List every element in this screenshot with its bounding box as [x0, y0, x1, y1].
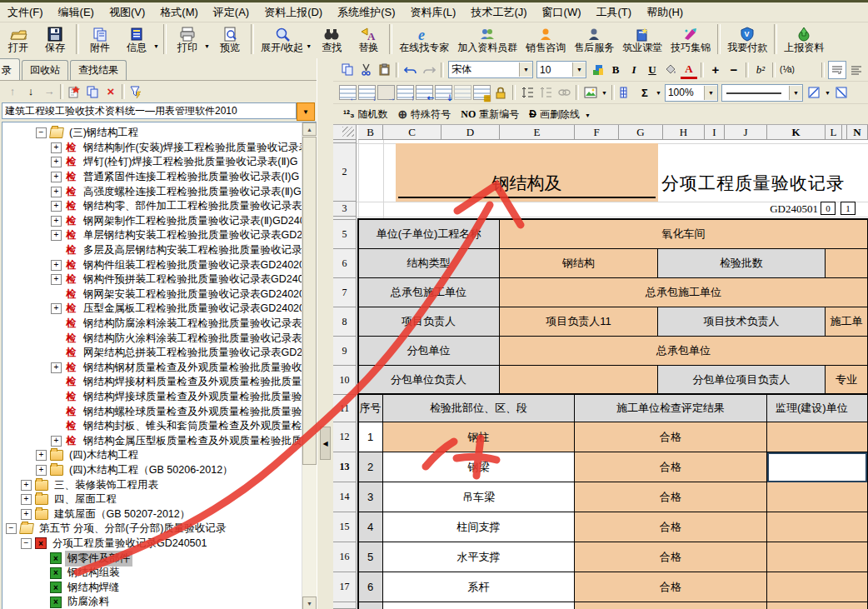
preview-button[interactable]: 预览	[212, 22, 248, 57]
tree-item[interactable]: − 第五节 分项、分部(子分部)质量验收记录	[2, 522, 302, 537]
merge-cell-icon[interactable]: ⇣	[435, 85, 452, 100]
expand-collapse-button[interactable]: 展开/收起	[257, 22, 307, 57]
batch-part-cell[interactable]	[383, 602, 575, 609]
row-header-3[interactable]: 3	[333, 202, 357, 217]
form-label-project-manager[interactable]: 项目负责人	[358, 307, 500, 337]
row-header-16[interactable]: 16	[333, 542, 357, 572]
form-title-field-text[interactable]: 钢结构及	[396, 172, 658, 195]
tree-item[interactable]: 检 钢结构防火涂料涂装工程检验批质量验收记录表G	[2, 331, 302, 346]
batch-supervisor-cell[interactable]	[767, 572, 868, 602]
batch-result-cell[interactable]: 合格	[575, 542, 767, 572]
tree-expander-icon[interactable]: +	[51, 274, 62, 285]
chevron-down-icon[interactable]: ▼	[519, 62, 532, 77]
filter-icon[interactable]	[127, 82, 145, 100]
batch-no-cell[interactable]: 1	[358, 422, 383, 452]
tree-expander-icon[interactable]: −	[6, 523, 17, 534]
tree-item[interactable]: + 建筑屋面（GB 50207-2012）	[2, 507, 302, 522]
batch-no-cell[interactable]: 4	[358, 512, 383, 542]
row-header-7[interactable]: 7	[333, 278, 357, 307]
col-header-I[interactable]: I	[705, 125, 725, 140]
tree-item[interactable]: + 检 钢结构制作(安装)焊接工程检验批质量验收记录表	[2, 141, 302, 156]
col-header-D[interactable]: D	[441, 125, 500, 140]
tree-item[interactable]: + 检 钢构件预拼装工程检验批质量验收记录表GD24020	[2, 272, 302, 287]
tree-item[interactable]: + 检 压型金属板工程检验批质量验收记录表GD2402031	[2, 302, 302, 317]
tab-search-results[interactable]: 查找结果	[70, 60, 127, 80]
row-header-8[interactable]: 8	[333, 307, 357, 337]
tree-item[interactable]: + 检 钢结构钢材质量检查及外观质量检验批质量验收记	[2, 361, 302, 376]
row-header-12[interactable]: 12	[333, 422, 357, 452]
border-diagonal-icon[interactable]	[806, 84, 822, 101]
split-cell-icon[interactable]: ⇠	[416, 85, 433, 100]
tree-item[interactable]: 检 钢结构焊接材料质量检查及外观质量检验批质量验	[2, 375, 302, 390]
delete-icon[interactable]: ×	[102, 82, 120, 100]
row-header-17[interactable]: 17	[333, 572, 357, 602]
menu-library[interactable]: 资料库(L)	[403, 2, 464, 22]
tree-item[interactable]: − × 分项工程质量验收记录GD240501	[2, 537, 302, 552]
chevron-down-icon[interactable]: ▼	[789, 86, 802, 100]
chevron-down-icon[interactable]: ▼	[572, 62, 586, 77]
scroll-down-icon[interactable]: ▼	[302, 597, 317, 609]
insert-row-icon[interactable]: ←	[339, 85, 357, 100]
col-header-C[interactable]: C	[383, 125, 441, 140]
link-icon[interactable]	[556, 84, 572, 101]
batch-result-cell[interactable]: 合格	[575, 572, 767, 602]
pay-button[interactable]: V 我要付款	[723, 22, 771, 57]
batch-part-cell[interactable]: 系杆	[383, 572, 575, 602]
attachment-button[interactable]: 附件	[82, 22, 118, 57]
line-style-select[interactable]: ▼	[721, 84, 803, 102]
sigma-button[interactable]: Σ	[636, 84, 653, 101]
batch-no-cell[interactable]: 3	[358, 482, 383, 512]
batch-part-cell[interactable]: 钢梁	[383, 452, 575, 482]
copy-item-icon[interactable]	[83, 82, 102, 100]
col-header-B[interactable]: B	[358, 125, 383, 140]
bold-button[interactable]: B	[607, 62, 624, 78]
row-header-9[interactable]: 9	[333, 337, 357, 366]
zoom-select[interactable]: 100% ▼	[665, 84, 718, 102]
scrollbar-thumb[interactable]	[302, 137, 317, 465]
image-dropdown-icon[interactable]: ▼	[601, 90, 607, 96]
insert-col-icon[interactable]: →	[377, 85, 395, 100]
scroll-up-icon[interactable]: ▲	[302, 122, 317, 136]
border-dropdown-icon[interactable]: ▼	[825, 90, 831, 96]
save-button[interactable]: 保存	[37, 22, 73, 57]
insert-function-icon[interactable]	[618, 84, 635, 101]
new-item-icon[interactable]	[65, 82, 83, 100]
print-button[interactable]: 打印	[169, 22, 206, 57]
tree-item[interactable]: + (四)木结构工程（GB 50206-2012）	[2, 463, 302, 478]
template-dropdown-button[interactable]: ▼	[297, 102, 315, 121]
tips-button[interactable]: 技巧集锦	[666, 22, 715, 57]
tree-item[interactable]: + 三、装修装饰工程用表	[2, 477, 302, 492]
border-diagonal2-icon[interactable]	[833, 84, 850, 101]
expand-dropdown-icon[interactable]: ▼	[306, 43, 312, 49]
move-right-icon[interactable]: →	[40, 82, 58, 100]
form-value-project[interactable]: 氧化车间	[500, 220, 868, 249]
tree-item[interactable]: + 检 钢网架制作工程检验批质量验收记录表(Ⅱ)GD240	[2, 214, 302, 229]
tree-item[interactable]: × 钢结构焊缝	[2, 580, 302, 595]
tree-expander-icon[interactable]: +	[21, 480, 32, 491]
fill-color-icon[interactable]	[662, 62, 679, 78]
tree-item[interactable]: + 检 钢结构零、部件加工工程检验批质量验收记录表	[2, 199, 302, 214]
open-button[interactable]: 打开	[0, 22, 37, 57]
select-all-corner[interactable]	[333, 125, 357, 140]
info-button[interactable]: 信息	[118, 22, 155, 57]
menu-assess[interactable]: 评定(A)	[206, 2, 257, 22]
find-button[interactable]: 查找	[313, 22, 350, 57]
tree-item[interactable]: 检 多层及高层钢结构安装工程检验批质量验收记录表	[2, 243, 302, 258]
batch-supervisor-cell[interactable]	[767, 542, 868, 572]
batch-part-cell[interactable]: 吊车梁	[383, 482, 575, 512]
selected-cell[interactable]	[767, 452, 867, 482]
batch-header-part[interactable]: 检验批部位、区、段	[383, 395, 575, 422]
row-header-5[interactable]: 5	[333, 220, 357, 249]
decrease-button[interactable]: −	[726, 62, 742, 78]
row-header-6[interactable]: 6	[333, 249, 357, 278]
tree-expander-icon[interactable]: −	[21, 538, 32, 549]
batch-no-cell[interactable]: 2	[358, 452, 383, 482]
menu-view[interactable]: 视图(V)	[102, 2, 152, 22]
online-expert-button[interactable]: e 在线找专家	[395, 22, 453, 57]
batch-supervisor-cell[interactable]	[767, 602, 868, 609]
tree-expander-icon[interactable]: +	[51, 260, 62, 271]
increase-button[interactable]: +	[707, 62, 724, 78]
paste-icon[interactable]	[376, 62, 392, 78]
font-size-select[interactable]: 10 ▼	[536, 61, 586, 78]
tree-item[interactable]: + 检 钢结构金属压型板质量检查及外观质量检验批质量	[2, 433, 302, 448]
